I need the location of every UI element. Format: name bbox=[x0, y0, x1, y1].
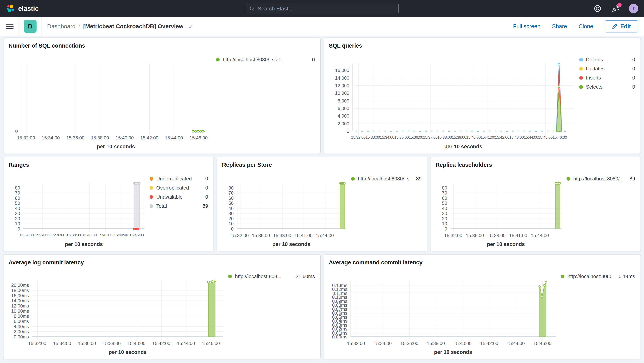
y-axis: 0.00ms0.01ms0.02ms0.03ms0.04ms0.05ms0.06… bbox=[329, 280, 350, 337]
chart-plot-area[interactable] bbox=[23, 183, 144, 229]
legend-item-deletes[interactable]: Deletes 0 bbox=[579, 57, 635, 63]
y-tick-label: 60 bbox=[442, 196, 447, 201]
panel-title: Average command commit latency bbox=[329, 259, 636, 266]
x-tick-label: 15:38:00 bbox=[427, 341, 445, 346]
x-tick-label: 15:38:00 bbox=[488, 233, 506, 238]
chart-legend: http://localhost:8080/_stat... 0 bbox=[211, 50, 315, 151]
x-tick-label: 15:36:00 bbox=[78, 341, 96, 346]
chart-series-svg bbox=[24, 183, 144, 229]
legend-value: 0 bbox=[201, 194, 208, 200]
panel-average-log-commit-latency: Average log commit latency 0.00ms2.00ms4… bbox=[3, 254, 320, 359]
chart-plot-area[interactable] bbox=[21, 64, 211, 131]
x-tick-label: 15:36:00 bbox=[66, 135, 84, 141]
y-tick-label: 10,000 bbox=[335, 91, 349, 96]
x-axis-title: per 10 seconds bbox=[23, 240, 144, 248]
x-tick-label: 15:36:00 bbox=[400, 341, 418, 346]
chart-plot-area[interactable] bbox=[352, 64, 574, 131]
chart-plot-area[interactable] bbox=[350, 280, 556, 337]
x-axis-title: per 10 seconds bbox=[237, 240, 346, 248]
help-button[interactable] bbox=[594, 4, 602, 13]
panel-number-of-sql-connections: Number of SQL connections 0 15:32:0015:3… bbox=[3, 38, 320, 154]
x-tick-label: 15:38:00 bbox=[66, 233, 81, 237]
legend-item[interactable]: http://localhost:8080/_sta... 89 bbox=[351, 176, 422, 182]
x-tick-label: 15:45:00 bbox=[538, 135, 552, 140]
y-tick-label: 20 bbox=[228, 216, 234, 221]
series-point-marker bbox=[137, 228, 139, 230]
x-tick-label: 15:34:00 bbox=[53, 341, 71, 346]
series-point-marker bbox=[199, 130, 202, 133]
chart-plot-area[interactable] bbox=[450, 183, 562, 229]
x-tick-label: 15:42:00 bbox=[480, 341, 498, 346]
y-axis: 02,0004,0006,0008,00010,00012,00014,0001… bbox=[329, 64, 352, 131]
y-tick-label: 8,000 bbox=[338, 98, 349, 104]
legend-label: Underreplicated bbox=[156, 176, 192, 182]
series-point-marker bbox=[541, 296, 543, 298]
x-tick-label: 15:36:00 bbox=[409, 135, 423, 140]
chart-series-svg bbox=[450, 183, 562, 229]
y-tick-label: 80 bbox=[15, 185, 20, 191]
search-input[interactable] bbox=[258, 6, 395, 12]
newsfeed-button[interactable] bbox=[611, 4, 620, 13]
legend-value: 0 bbox=[628, 75, 635, 81]
elastic-logo[interactable]: elastic bbox=[6, 4, 38, 13]
y-tick-label: 60 bbox=[15, 196, 20, 201]
legend-item-unavailable[interactable]: Unavailable 0 bbox=[150, 194, 208, 200]
x-tick-label: 15:32:00 bbox=[347, 341, 365, 346]
series-color-dot bbox=[351, 177, 355, 181]
y-axis: 01020304050607080 bbox=[436, 183, 450, 229]
legend-label: http://localhost:8080/_sta... bbox=[358, 176, 409, 182]
x-axis: 15:32:0015:33:0015:34:0015:35:0015:36:00… bbox=[352, 131, 574, 142]
y-tick-label: 14.00ms bbox=[11, 298, 29, 303]
x-tick-label: 15:32:00 bbox=[28, 341, 46, 346]
legend-item[interactable]: http://localhost:8080/_sta... 89 bbox=[566, 176, 635, 182]
series-leaseholders-bar bbox=[555, 183, 560, 229]
x-tick-label: 15:40:00 bbox=[116, 135, 134, 141]
legend-label: Updates bbox=[586, 66, 605, 72]
full-screen-button[interactable]: Full screen bbox=[513, 23, 540, 30]
chart-plot-area[interactable] bbox=[237, 183, 346, 229]
y-tick-label: 6,000 bbox=[338, 106, 349, 111]
x-tick-label: 15:46:00 bbox=[130, 233, 144, 237]
clone-button[interactable]: Clone bbox=[578, 23, 593, 30]
share-button[interactable]: Share bbox=[552, 23, 567, 30]
chart-plot-area[interactable] bbox=[32, 280, 223, 337]
menu-button[interactable] bbox=[6, 24, 14, 29]
y-tick-label: 0 bbox=[347, 129, 349, 134]
global-search[interactable] bbox=[246, 3, 398, 14]
legend-item-inserts[interactable]: Inserts 0 bbox=[579, 75, 635, 81]
x-tick-label: 15:35:00 bbox=[252, 233, 270, 238]
x-tick-label: 15:38:00 bbox=[273, 233, 291, 238]
x-tick-label: 15:44:00 bbox=[114, 233, 128, 237]
chart-series-svg bbox=[353, 64, 574, 131]
x-tick-label: 15:39:00 bbox=[452, 135, 466, 140]
x-tick-label: 15:44:00 bbox=[177, 341, 195, 346]
x-tick-label: 15:33:00 bbox=[366, 135, 380, 140]
legend-item[interactable]: http://localhost:808... 21.60ms bbox=[228, 273, 315, 279]
legend-item-overreplicated[interactable]: Overreplicated 0 bbox=[150, 185, 208, 191]
y-tick-label: 60 bbox=[228, 196, 234, 201]
x-axis-title: per 10 seconds bbox=[21, 142, 211, 151]
y-tick-label: 10 bbox=[15, 221, 20, 226]
y-tick-label: 40 bbox=[15, 206, 20, 211]
legend-item[interactable]: http://localhost:8080/_stat... 0 bbox=[216, 57, 315, 63]
breadcrumb-dashboard[interactable]: Dashboard bbox=[47, 23, 76, 30]
series-color-dot bbox=[150, 186, 153, 190]
legend-item-selects[interactable]: Selects 0 bbox=[579, 84, 635, 90]
user-avatar[interactable]: r bbox=[629, 4, 638, 13]
legend-item-underreplicated[interactable]: Underreplicated 0 bbox=[150, 176, 208, 182]
panel-title: Ranges bbox=[8, 161, 208, 168]
y-tick-label: 40 bbox=[228, 206, 234, 211]
y-tick-label: 12,000 bbox=[335, 83, 349, 88]
y-tick-label: 8.00ms bbox=[14, 313, 29, 319]
legend-item-total[interactable]: Total 89 bbox=[150, 203, 208, 209]
y-tick-label: 0 bbox=[18, 226, 20, 232]
logo-text: elastic bbox=[18, 5, 38, 12]
x-tick-label: 15:40:00 bbox=[82, 233, 96, 237]
x-axis: 15:32:0015:34:0015:36:0015:38:0015:40:00… bbox=[32, 337, 223, 348]
edit-button[interactable]: Edit bbox=[605, 20, 638, 33]
x-tick-label: 15:34:00 bbox=[374, 341, 392, 346]
x-tick-label: 15:35:00 bbox=[466, 233, 484, 238]
legend-item-updates[interactable]: Updates 0 bbox=[579, 66, 635, 72]
y-axis: 0.00ms2.00ms4.00ms6.00ms8.00ms10.00ms12.… bbox=[8, 280, 32, 337]
legend-item[interactable]: http://localhost:8080... 0.14ms bbox=[561, 273, 635, 279]
